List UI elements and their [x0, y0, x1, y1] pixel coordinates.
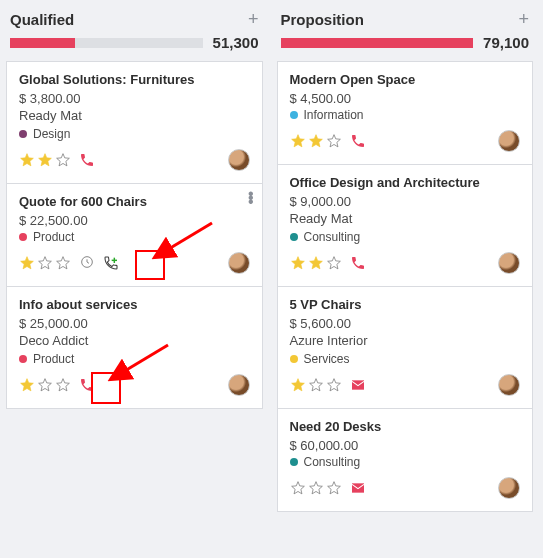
card-title: Global Solutions: Furnitures: [19, 72, 250, 87]
kanban-card[interactable]: Office Design and Architecture $ 9,000.0…: [278, 165, 533, 287]
phone-icon[interactable]: [350, 133, 366, 149]
column-total: 51,300: [203, 34, 259, 51]
card-customer: Azure Interior: [290, 333, 521, 348]
card-title: Info about services: [19, 297, 250, 312]
phone-icon[interactable]: [79, 377, 95, 393]
kanban-card[interactable]: Global Solutions: Furnitures $ 3,800.00 …: [7, 62, 262, 184]
card-title: Office Design and Architecture: [290, 175, 521, 190]
kanban-card[interactable]: ••• Quote for 600 Chairs $ 22,500.00 Pro…: [7, 184, 262, 287]
add-card-button[interactable]: +: [248, 10, 259, 28]
kanban-card[interactable]: 5 VP Chairs $ 5,600.00 Azure Interior Se…: [278, 287, 533, 409]
card-list: Global Solutions: Furnitures $ 3,800.00 …: [6, 61, 263, 409]
priority-stars[interactable]: [19, 152, 71, 168]
add-card-button[interactable]: +: [518, 10, 529, 28]
card-customer: Ready Mat: [19, 108, 250, 123]
card-amount: $ 9,000.00: [290, 194, 521, 209]
avatar[interactable]: [228, 252, 250, 274]
kanban-column: Proposition + 79,100 Modern Open Space $…: [277, 10, 534, 512]
priority-stars[interactable]: [19, 377, 71, 393]
column-total: 79,100: [473, 34, 529, 51]
column-title: Proposition: [281, 11, 364, 28]
priority-stars[interactable]: [290, 255, 342, 271]
card-customer: Deco Addict: [19, 333, 250, 348]
priority-stars[interactable]: [290, 133, 342, 149]
avatar[interactable]: [228, 149, 250, 171]
card-tag: Product: [19, 352, 250, 366]
priority-stars[interactable]: [290, 377, 342, 393]
column-progress: [10, 38, 203, 48]
column-progress: [281, 38, 474, 48]
email-icon[interactable]: [350, 480, 366, 496]
card-title: Need 20 Desks: [290, 419, 521, 434]
card-amount: $ 4,500.00: [290, 91, 521, 106]
card-tag: Design: [19, 127, 250, 141]
kanban-card[interactable]: Modern Open Space $ 4,500.00 Information: [278, 62, 533, 165]
card-amount: $ 22,500.00: [19, 213, 250, 228]
card-tag: Information: [290, 108, 521, 122]
card-title: Modern Open Space: [290, 72, 521, 87]
card-amount: $ 5,600.00: [290, 316, 521, 331]
column-title: Qualified: [10, 11, 74, 28]
phone-plus-icon[interactable]: [103, 255, 119, 271]
avatar[interactable]: [228, 374, 250, 396]
card-title: Quote for 600 Chairs: [19, 194, 250, 209]
card-tag: Product: [19, 230, 250, 244]
kanban-column: Qualified + 51,300 Global Solutions: Fur…: [6, 10, 263, 512]
card-amount: $ 25,000.00: [19, 316, 250, 331]
priority-stars[interactable]: [290, 480, 342, 496]
card-tag: Services: [290, 352, 521, 366]
card-menu-button[interactable]: •••: [248, 192, 254, 204]
avatar[interactable]: [498, 130, 520, 152]
card-title: 5 VP Chairs: [290, 297, 521, 312]
card-list: Modern Open Space $ 4,500.00 Information…: [277, 61, 534, 512]
kanban-card[interactable]: Info about services $ 25,000.00 Deco Add…: [7, 287, 262, 408]
card-amount: $ 3,800.00: [19, 91, 250, 106]
kanban-card[interactable]: Need 20 Desks $ 60,000.00 Consulting: [278, 409, 533, 511]
avatar[interactable]: [498, 477, 520, 499]
avatar[interactable]: [498, 374, 520, 396]
clock-icon[interactable]: [79, 254, 95, 273]
priority-stars[interactable]: [19, 255, 71, 271]
card-tag: Consulting: [290, 455, 521, 469]
card-tag: Consulting: [290, 230, 521, 244]
card-customer: Ready Mat: [290, 211, 521, 226]
email-icon[interactable]: [350, 377, 366, 393]
phone-icon[interactable]: [350, 255, 366, 271]
avatar[interactable]: [498, 252, 520, 274]
card-amount: $ 60,000.00: [290, 438, 521, 453]
phone-icon[interactable]: [79, 152, 95, 168]
